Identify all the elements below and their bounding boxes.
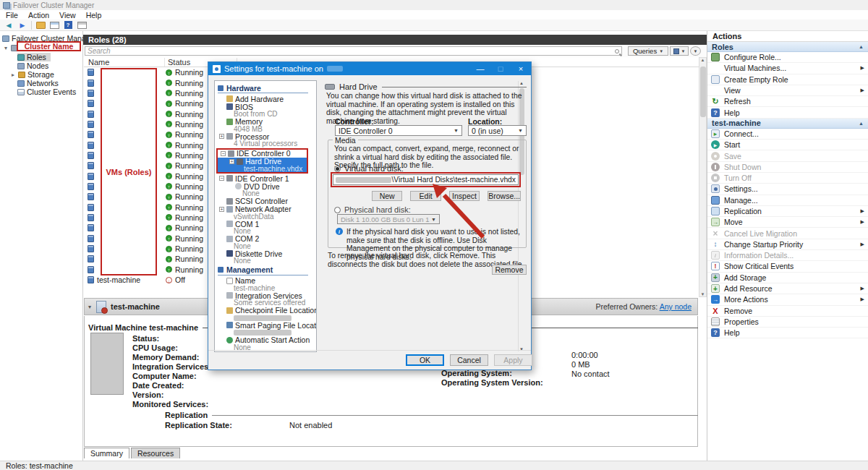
forward-icon[interactable]: ▶ — [17, 21, 27, 30]
caret-down-icon: ▼ — [681, 49, 686, 54]
scroll-down-icon[interactable]: ▼ — [519, 347, 524, 351]
sidebar-item-storage[interactable]: ▸ Storage — [10, 70, 54, 79]
roles-scrollbar[interactable]: ▲ ▼ — [699, 57, 707, 297]
column-name[interactable]: Name — [84, 58, 165, 67]
collapse-icon[interactable]: − — [219, 176, 224, 181]
action-item-start[interactable]: Start — [707, 140, 868, 150]
sidebar-item-roles[interactable]: Roles — [17, 53, 51, 61]
action-item-add-resource[interactable]: Add Resource▶ — [707, 283, 868, 294]
menu-action[interactable]: Action — [28, 11, 49, 20]
browse-button[interactable]: Browse... — [488, 191, 521, 201]
tree-item-automatic-stop-action[interactable]: Automatic Stop Action — [216, 351, 308, 352]
maximize-icon[interactable]: □ — [490, 62, 511, 75]
ok-button[interactable]: OK — [406, 354, 444, 366]
search-input[interactable]: Search — [85, 46, 622, 56]
cancel-button[interactable]: Cancel — [450, 354, 488, 366]
actions-section-roles[interactable]: Roles ▲ — [707, 42, 868, 52]
action-item-create-empty-role[interactable]: Create Empty Role — [707, 74, 868, 85]
action-item-view[interactable]: View▶ — [707, 85, 868, 96]
collapse-icon[interactable]: − — [221, 151, 226, 156]
physical-hard-disk-radio[interactable]: Physical hard disk: — [334, 205, 411, 214]
collapse-icon[interactable]: ▲ — [859, 44, 864, 49]
collapse-icon[interactable]: ▲ — [859, 121, 864, 126]
action-item-connect[interactable]: Connect... — [707, 129, 868, 140]
app-icon — [3, 2, 10, 9]
tree-item-scsi-controller[interactable]: SCSI Controller — [216, 197, 308, 205]
action-item-more-actions[interactable]: More Actions▶ — [707, 294, 868, 305]
tree-item-automatic-start-action[interactable]: Automatic Start Action — [216, 336, 308, 344]
action-item-manage[interactable]: Manage... — [707, 195, 868, 206]
chevron-right-icon[interactable]: ▸ — [10, 72, 16, 78]
action-item-settings[interactable]: Settings... — [707, 184, 868, 195]
location-select[interactable]: 0 (in use) ▼ — [468, 125, 527, 136]
tree-cluster-node[interactable]: ▾ — [3, 43, 18, 52]
save-query-button[interactable]: ▼ — [670, 46, 689, 56]
tree-item-smart-paging-file-location[interactable]: Smart Paging File Location — [216, 321, 308, 329]
action-item-properties[interactable]: Properties — [707, 317, 868, 328]
sidebar-item-cluster-events[interactable]: Cluster Events — [17, 87, 76, 96]
tree-item-network-adapter[interactable]: +Network Adapter — [216, 205, 308, 213]
help-icon[interactable]: ? — [63, 21, 73, 30]
back-icon[interactable]: ◀ — [4, 21, 14, 30]
vm-icon — [88, 162, 94, 169]
sidebar-item-networks[interactable]: Networks — [17, 79, 59, 87]
tab-resources[interactable]: Resources — [131, 448, 180, 458]
tree-item-name[interactable]: Name — [216, 277, 308, 285]
scroll-down-icon[interactable]: ▼ — [701, 292, 705, 296]
remove-button[interactable]: Remove — [492, 265, 527, 275]
tree-item-sub: None — [216, 257, 308, 265]
tree-item-dvd-drive[interactable]: DVD Drive — [216, 182, 308, 190]
collapse-details-icon[interactable]: ▾ — [85, 304, 95, 310]
action-item-change-startup-priority[interactable]: Change Startup Priority▶ — [707, 239, 868, 250]
action-item-help[interactable]: Help — [707, 328, 868, 338]
queries-button[interactable]: Queries ▼ — [628, 46, 668, 56]
sidebar-item-nodes[interactable]: Nodes — [17, 61, 48, 70]
minimize-icon[interactable]: — — [470, 62, 490, 75]
action-item-show-critical-events[interactable]: Show Critical Events — [707, 261, 868, 272]
expand-icon[interactable]: + — [229, 159, 234, 164]
action-item-refresh[interactable]: Refresh — [707, 96, 868, 107]
action-item-help[interactable]: Help — [707, 107, 868, 118]
action-item-add-storage[interactable]: Add Storage — [707, 273, 868, 283]
details-right-values: 0:00:00 0 MB No contact — [571, 351, 610, 379]
dialog-titlebar[interactable]: Settings for test-machine on — □ × — [208, 62, 531, 75]
tree-item-ide-controller-1[interactable]: −IDE Controller 1 — [216, 174, 308, 182]
scroll-thumb[interactable] — [700, 67, 706, 117]
tree-item-ide-controller-0[interactable]: −IDE Controller 0 — [218, 150, 307, 158]
preferred-owners-link[interactable]: Any node — [660, 302, 692, 311]
menu-view[interactable]: View — [59, 11, 76, 20]
chevron-down-icon[interactable]: ▾ — [3, 45, 9, 51]
close-icon[interactable]: × — [511, 62, 531, 75]
export-folder-icon[interactable] — [35, 21, 46, 30]
com-port-icon — [226, 236, 233, 242]
tree-item-diskette-drive[interactable]: Diskette Drive — [216, 249, 308, 257]
tree-item-add-hardware[interactable]: Add Hardware — [216, 95, 308, 103]
collapse-search-button[interactable]: ▼ — [690, 46, 701, 56]
action-item-configure-role[interactable]: Configure Role... — [707, 52, 868, 63]
tab-summary[interactable]: Summary — [84, 448, 129, 458]
tree-item-checkpoint-file-location[interactable]: Checkpoint File Location — [216, 307, 308, 315]
scroll-up-icon[interactable]: ▲ — [701, 58, 705, 62]
tree-item-hard-drive[interactable]: +Hard Drive — [218, 158, 307, 166]
inspect-button[interactable]: Inspect — [449, 191, 480, 201]
status-label: Running — [175, 151, 203, 160]
controller-select[interactable]: IDE Controller 0 ▼ — [335, 125, 462, 136]
new-button[interactable]: New — [372, 191, 402, 201]
console-window-icon[interactable] — [49, 21, 59, 30]
action-item-virtual-machines[interactable]: Virtual Machines...▶ — [707, 63, 868, 74]
menu-file[interactable]: File — [6, 11, 18, 20]
action-item-move[interactable]: Move▶ — [707, 217, 868, 228]
tree-item-com-2[interactable]: COM 2 — [216, 235, 308, 243]
expand-icon[interactable]: + — [219, 207, 224, 212]
show-hide-console-icon[interactable] — [77, 21, 87, 30]
action-item-replication[interactable]: Replication▶ — [707, 206, 868, 217]
expand-icon[interactable]: + — [219, 134, 224, 139]
divider — [382, 87, 527, 87]
uptime-value: 0:00:00 — [571, 351, 610, 360]
action-item-remove[interactable]: Remove — [707, 306, 868, 317]
edit-button[interactable]: Edit — [410, 191, 441, 201]
tree-item-memory[interactable]: Memory — [216, 118, 308, 126]
actions-section-vm[interactable]: test-machine ▲ — [707, 119, 868, 129]
tree-item-com-1[interactable]: COM 1 — [216, 220, 308, 228]
menu-help[interactable]: Help — [86, 11, 102, 20]
